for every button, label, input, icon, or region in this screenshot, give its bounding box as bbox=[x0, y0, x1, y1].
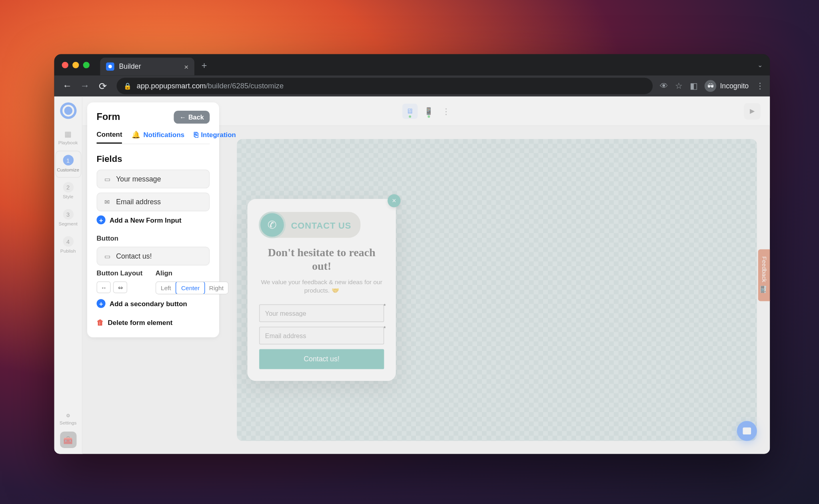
rail-label: Customize bbox=[57, 167, 79, 172]
align-left-button[interactable]: Left bbox=[156, 282, 176, 294]
rail-shop-button[interactable]: 🧰 bbox=[60, 432, 76, 448]
align-right-button[interactable]: Right bbox=[204, 282, 228, 294]
popup-preview[interactable]: × ✆ CONTACT US Don't hesitate to reach o… bbox=[248, 199, 396, 381]
app-root: ▦ Playbook 1 Customize 2 Style 3 Segment… bbox=[54, 97, 770, 454]
rail-item-customize[interactable]: 1 Customize bbox=[56, 151, 80, 177]
layout-full-button[interactable]: ⇔ bbox=[113, 281, 127, 293]
align-segmented: Left Center Right bbox=[156, 281, 229, 294]
tab-label: Integration bbox=[201, 131, 236, 138]
panel-title: Form bbox=[97, 112, 120, 123]
step-badge: 1 bbox=[63, 155, 74, 165]
rail-label: Publish bbox=[60, 249, 76, 254]
window-zoom-icon[interactable] bbox=[83, 62, 90, 68]
desktop-device-button[interactable]: 🖥 bbox=[402, 104, 417, 119]
rail-label: Style bbox=[63, 194, 73, 199]
contact-badge-label: CONTACT US bbox=[291, 220, 352, 230]
device-kebab-icon[interactable]: ⋮ bbox=[442, 106, 450, 116]
lock-icon: 🔒 bbox=[124, 82, 132, 90]
intercom-launcher[interactable] bbox=[737, 421, 757, 441]
panel-icon[interactable]: ◧ bbox=[690, 81, 697, 91]
step-badge: 3 bbox=[63, 209, 74, 220]
text-field-icon: ▭ bbox=[103, 175, 112, 183]
tab-list-caret-icon[interactable]: ⌄ bbox=[757, 61, 763, 68]
preview-canvas: × ✆ CONTACT US Don't hesitate to reach o… bbox=[237, 139, 757, 441]
plus-icon: + bbox=[97, 299, 106, 308]
tab-content[interactable]: Content bbox=[97, 131, 122, 143]
browser-toolbar: ← → ⟳ 🔒 app.popupsmart.com/builder/6285/… bbox=[54, 76, 770, 97]
fields-title: Fields bbox=[97, 153, 210, 163]
contact-badge: ✆ CONTACT US bbox=[259, 212, 361, 238]
rail-settings[interactable]: ⚙ Settings bbox=[60, 413, 77, 426]
incognito-label: Incognito bbox=[720, 82, 749, 90]
tab-notifications[interactable]: 🔔 Notifications bbox=[132, 131, 184, 143]
bookmark-star-icon[interactable]: ☆ bbox=[675, 81, 683, 91]
popup-email-input[interactable] bbox=[259, 327, 384, 344]
popup-message-input[interactable] bbox=[259, 305, 384, 322]
delete-element-button[interactable]: 🗑 Delete form element bbox=[97, 319, 210, 327]
arrow-left-icon: ← bbox=[180, 114, 186, 121]
back-button[interactable]: ← Back bbox=[174, 111, 210, 124]
field-label: Email address bbox=[116, 198, 161, 206]
layout-label: Button Layout bbox=[97, 270, 143, 277]
new-tab-button[interactable]: + bbox=[202, 61, 207, 72]
button-icon: ▭ bbox=[103, 252, 112, 260]
plus-icon: + bbox=[97, 215, 106, 224]
gear-icon: ⚙ bbox=[66, 413, 70, 418]
tab-strip: Builder × + ⌄ bbox=[54, 54, 770, 76]
bell-icon: 🔔 bbox=[132, 131, 140, 139]
nav-reload-icon[interactable]: ⟳ bbox=[96, 79, 110, 93]
incognito-badge[interactable]: 🕶 Incognito bbox=[705, 80, 749, 92]
window-traffic-lights[interactable] bbox=[62, 62, 90, 68]
browser-tab[interactable]: Builder × bbox=[100, 58, 194, 75]
eye-off-icon[interactable]: 👁 bbox=[660, 81, 668, 91]
url-path: /builder/6285/customize bbox=[206, 82, 284, 90]
field-row-email[interactable]: ✉ Email address bbox=[97, 193, 210, 211]
add-input-label: Add a New Form Input bbox=[110, 216, 182, 223]
rail-label: Segment bbox=[59, 221, 78, 227]
left-rail: ▦ Playbook 1 Customize 2 Style 3 Segment… bbox=[54, 97, 83, 454]
rail-item-style[interactable]: 2 Style bbox=[56, 178, 80, 204]
tab-title: Builder bbox=[119, 62, 141, 71]
rail-item-segment[interactable]: 3 Segment bbox=[56, 205, 80, 231]
add-secondary-button[interactable]: + Add a secondary button bbox=[97, 299, 210, 308]
tab-label: Content bbox=[97, 131, 122, 138]
field-row-submit-button[interactable]: ▭ Contact us! bbox=[97, 247, 210, 265]
required-star-icon: * bbox=[384, 325, 386, 331]
integration-icon: ⎘ bbox=[194, 131, 198, 139]
delete-label: Delete form element bbox=[108, 319, 173, 326]
phone-icon: ✆ bbox=[260, 213, 284, 237]
window-minimize-icon[interactable] bbox=[72, 62, 79, 68]
tab-close-icon[interactable]: × bbox=[184, 62, 188, 71]
rail-item-playbook[interactable]: ▦ Playbook bbox=[56, 126, 80, 150]
rail-item-publish[interactable]: 4 Publish bbox=[56, 233, 80, 259]
align-center-button[interactable]: Center bbox=[176, 281, 205, 294]
tab-integration[interactable]: ⎘ Integration bbox=[194, 131, 236, 143]
tab-favicon-icon bbox=[106, 62, 114, 71]
back-label: Back bbox=[188, 114, 204, 121]
window-close-icon[interactable] bbox=[62, 62, 68, 68]
nav-forward-icon: → bbox=[78, 79, 92, 93]
browser-window: Builder × + ⌄ ← → ⟳ 🔒 app.popupsmart.com… bbox=[54, 54, 770, 454]
step-badge: 2 bbox=[63, 182, 74, 193]
mobile-device-button[interactable]: 📱 bbox=[421, 104, 436, 119]
popup-headline: Don't hesitate to reach out! bbox=[259, 246, 384, 273]
omnibox[interactable]: 🔒 app.popupsmart.com/builder/6285/custom… bbox=[117, 78, 653, 94]
preview-play-button[interactable]: ▶ bbox=[744, 103, 760, 119]
nav-back-icon[interactable]: ← bbox=[60, 79, 74, 93]
step-badge: 4 bbox=[63, 236, 74, 247]
kebab-menu-icon[interactable]: ⋮ bbox=[756, 81, 764, 91]
popup-close-button[interactable]: × bbox=[388, 194, 400, 207]
field-row-message[interactable]: ▭ Your message bbox=[97, 169, 210, 188]
feedback-label: Feedback bbox=[761, 256, 767, 282]
grid-icon: ▦ bbox=[63, 129, 73, 139]
app-logo-icon[interactable] bbox=[60, 102, 76, 119]
feedback-tab[interactable]: Feedback 📷 bbox=[758, 249, 770, 301]
add-input-button[interactable]: + Add a New Form Input bbox=[97, 215, 210, 224]
tab-label: Notifications bbox=[144, 131, 185, 138]
camera-icon: 📷 bbox=[761, 287, 768, 294]
popup-description: We value your feedback & new ideas for o… bbox=[259, 278, 384, 295]
form-panel: Form ← Back Content 🔔 Notifications bbox=[87, 102, 219, 337]
button-section-label: Button bbox=[97, 235, 210, 242]
layout-inline-button[interactable]: ↔ bbox=[97, 281, 111, 293]
popup-submit-button[interactable]: Contact us! bbox=[259, 349, 384, 369]
